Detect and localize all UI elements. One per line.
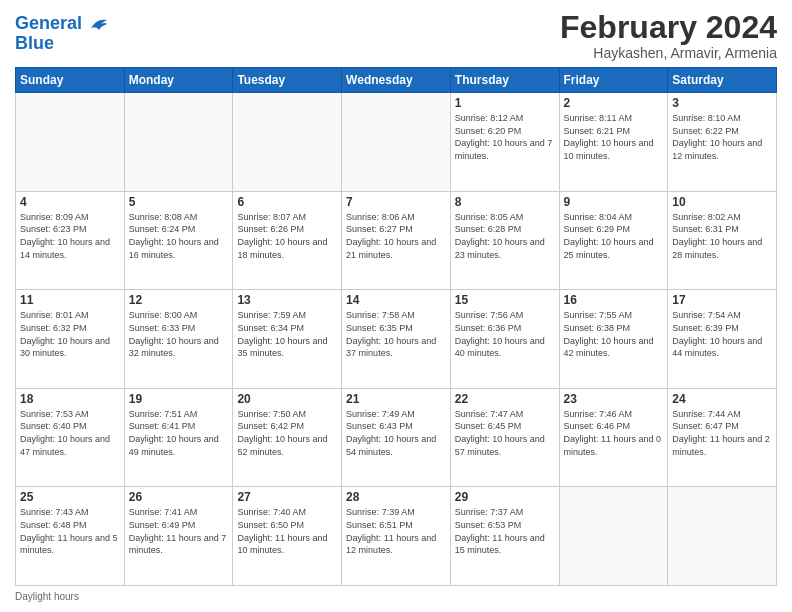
day-info: Sunrise: 7:49 AM Sunset: 6:43 PM Dayligh…	[346, 408, 446, 458]
col-header-sunday: Sunday	[16, 68, 125, 93]
col-header-friday: Friday	[559, 68, 668, 93]
title-block: February 2024 Haykashen, Armavir, Armeni…	[560, 10, 777, 61]
day-info: Sunrise: 7:56 AM Sunset: 6:36 PM Dayligh…	[455, 309, 555, 359]
calendar-week-4: 18Sunrise: 7:53 AM Sunset: 6:40 PM Dayli…	[16, 388, 777, 487]
calendar-cell: 26Sunrise: 7:41 AM Sunset: 6:49 PM Dayli…	[124, 487, 233, 586]
calendar-cell: 13Sunrise: 7:59 AM Sunset: 6:34 PM Dayli…	[233, 290, 342, 389]
calendar-cell: 8Sunrise: 8:05 AM Sunset: 6:28 PM Daylig…	[450, 191, 559, 290]
day-info: Sunrise: 7:47 AM Sunset: 6:45 PM Dayligh…	[455, 408, 555, 458]
logo: General Blue	[15, 14, 109, 54]
day-number: 18	[20, 392, 120, 406]
day-number: 23	[564, 392, 664, 406]
calendar-cell: 29Sunrise: 7:37 AM Sunset: 6:53 PM Dayli…	[450, 487, 559, 586]
day-number: 9	[564, 195, 664, 209]
col-header-monday: Monday	[124, 68, 233, 93]
calendar-week-3: 11Sunrise: 8:01 AM Sunset: 6:32 PM Dayli…	[16, 290, 777, 389]
calendar-week-1: 1Sunrise: 8:12 AM Sunset: 6:20 PM Daylig…	[16, 93, 777, 192]
day-info: Sunrise: 7:37 AM Sunset: 6:53 PM Dayligh…	[455, 506, 555, 556]
day-number: 1	[455, 96, 555, 110]
day-number: 24	[672, 392, 772, 406]
calendar-cell: 17Sunrise: 7:54 AM Sunset: 6:39 PM Dayli…	[668, 290, 777, 389]
day-number: 29	[455, 490, 555, 504]
day-number: 28	[346, 490, 446, 504]
main-title: February 2024	[560, 10, 777, 45]
footer: Daylight hours	[15, 591, 777, 602]
day-info: Sunrise: 8:12 AM Sunset: 6:20 PM Dayligh…	[455, 112, 555, 162]
day-info: Sunrise: 7:51 AM Sunset: 6:41 PM Dayligh…	[129, 408, 229, 458]
calendar-cell: 12Sunrise: 8:00 AM Sunset: 6:33 PM Dayli…	[124, 290, 233, 389]
calendar-cell: 23Sunrise: 7:46 AM Sunset: 6:46 PM Dayli…	[559, 388, 668, 487]
day-number: 25	[20, 490, 120, 504]
calendar-cell: 28Sunrise: 7:39 AM Sunset: 6:51 PM Dayli…	[342, 487, 451, 586]
calendar-cell: 24Sunrise: 7:44 AM Sunset: 6:47 PM Dayli…	[668, 388, 777, 487]
day-info: Sunrise: 8:09 AM Sunset: 6:23 PM Dayligh…	[20, 211, 120, 261]
day-number: 11	[20, 293, 120, 307]
daylight-label: Daylight hours	[15, 591, 79, 602]
col-header-saturday: Saturday	[668, 68, 777, 93]
calendar-cell: 14Sunrise: 7:58 AM Sunset: 6:35 PM Dayli…	[342, 290, 451, 389]
day-number: 22	[455, 392, 555, 406]
day-number: 19	[129, 392, 229, 406]
calendar-cell: 9Sunrise: 8:04 AM Sunset: 6:29 PM Daylig…	[559, 191, 668, 290]
day-info: Sunrise: 7:58 AM Sunset: 6:35 PM Dayligh…	[346, 309, 446, 359]
day-info: Sunrise: 7:53 AM Sunset: 6:40 PM Dayligh…	[20, 408, 120, 458]
calendar-cell	[233, 93, 342, 192]
day-number: 13	[237, 293, 337, 307]
day-number: 21	[346, 392, 446, 406]
calendar-cell: 7Sunrise: 8:06 AM Sunset: 6:27 PM Daylig…	[342, 191, 451, 290]
calendar-cell: 2Sunrise: 8:11 AM Sunset: 6:21 PM Daylig…	[559, 93, 668, 192]
calendar-cell	[559, 487, 668, 586]
calendar-cell: 4Sunrise: 8:09 AM Sunset: 6:23 PM Daylig…	[16, 191, 125, 290]
calendar-week-5: 25Sunrise: 7:43 AM Sunset: 6:48 PM Dayli…	[16, 487, 777, 586]
day-header-row: SundayMondayTuesdayWednesdayThursdayFrid…	[16, 68, 777, 93]
calendar-week-2: 4Sunrise: 8:09 AM Sunset: 6:23 PM Daylig…	[16, 191, 777, 290]
day-info: Sunrise: 8:05 AM Sunset: 6:28 PM Dayligh…	[455, 211, 555, 261]
logo-bird-icon	[89, 14, 109, 34]
day-number: 6	[237, 195, 337, 209]
day-info: Sunrise: 8:00 AM Sunset: 6:33 PM Dayligh…	[129, 309, 229, 359]
calendar-cell	[668, 487, 777, 586]
day-number: 15	[455, 293, 555, 307]
day-number: 2	[564, 96, 664, 110]
calendar-cell: 1Sunrise: 8:12 AM Sunset: 6:20 PM Daylig…	[450, 93, 559, 192]
calendar-cell: 15Sunrise: 7:56 AM Sunset: 6:36 PM Dayli…	[450, 290, 559, 389]
calendar-header: SundayMondayTuesdayWednesdayThursdayFrid…	[16, 68, 777, 93]
day-info: Sunrise: 8:02 AM Sunset: 6:31 PM Dayligh…	[672, 211, 772, 261]
day-info: Sunrise: 7:54 AM Sunset: 6:39 PM Dayligh…	[672, 309, 772, 359]
calendar-cell: 21Sunrise: 7:49 AM Sunset: 6:43 PM Dayli…	[342, 388, 451, 487]
calendar-cell: 10Sunrise: 8:02 AM Sunset: 6:31 PM Dayli…	[668, 191, 777, 290]
calendar-table: SundayMondayTuesdayWednesdayThursdayFrid…	[15, 67, 777, 586]
calendar-cell: 11Sunrise: 8:01 AM Sunset: 6:32 PM Dayli…	[16, 290, 125, 389]
calendar-cell: 22Sunrise: 7:47 AM Sunset: 6:45 PM Dayli…	[450, 388, 559, 487]
day-number: 12	[129, 293, 229, 307]
day-info: Sunrise: 7:39 AM Sunset: 6:51 PM Dayligh…	[346, 506, 446, 556]
day-number: 10	[672, 195, 772, 209]
day-info: Sunrise: 8:07 AM Sunset: 6:26 PM Dayligh…	[237, 211, 337, 261]
day-info: Sunrise: 8:08 AM Sunset: 6:24 PM Dayligh…	[129, 211, 229, 261]
calendar-cell: 6Sunrise: 8:07 AM Sunset: 6:26 PM Daylig…	[233, 191, 342, 290]
calendar-cell: 5Sunrise: 8:08 AM Sunset: 6:24 PM Daylig…	[124, 191, 233, 290]
calendar-cell	[16, 93, 125, 192]
calendar-cell: 19Sunrise: 7:51 AM Sunset: 6:41 PM Dayli…	[124, 388, 233, 487]
calendar-cell: 25Sunrise: 7:43 AM Sunset: 6:48 PM Dayli…	[16, 487, 125, 586]
day-info: Sunrise: 7:40 AM Sunset: 6:50 PM Dayligh…	[237, 506, 337, 556]
subtitle: Haykashen, Armavir, Armenia	[560, 45, 777, 61]
calendar-cell: 27Sunrise: 7:40 AM Sunset: 6:50 PM Dayli…	[233, 487, 342, 586]
day-number: 26	[129, 490, 229, 504]
calendar-cell	[124, 93, 233, 192]
day-number: 16	[564, 293, 664, 307]
page: General Blue February 2024 Haykashen, Ar…	[0, 0, 792, 612]
day-info: Sunrise: 7:46 AM Sunset: 6:46 PM Dayligh…	[564, 408, 664, 458]
col-header-tuesday: Tuesday	[233, 68, 342, 93]
calendar-cell: 16Sunrise: 7:55 AM Sunset: 6:38 PM Dayli…	[559, 290, 668, 389]
day-info: Sunrise: 7:41 AM Sunset: 6:49 PM Dayligh…	[129, 506, 229, 556]
day-info: Sunrise: 7:50 AM Sunset: 6:42 PM Dayligh…	[237, 408, 337, 458]
day-info: Sunrise: 7:44 AM Sunset: 6:47 PM Dayligh…	[672, 408, 772, 458]
col-header-wednesday: Wednesday	[342, 68, 451, 93]
day-number: 5	[129, 195, 229, 209]
day-number: 14	[346, 293, 446, 307]
header: General Blue February 2024 Haykashen, Ar…	[15, 10, 777, 61]
day-number: 8	[455, 195, 555, 209]
day-info: Sunrise: 8:04 AM Sunset: 6:29 PM Dayligh…	[564, 211, 664, 261]
day-info: Sunrise: 8:01 AM Sunset: 6:32 PM Dayligh…	[20, 309, 120, 359]
